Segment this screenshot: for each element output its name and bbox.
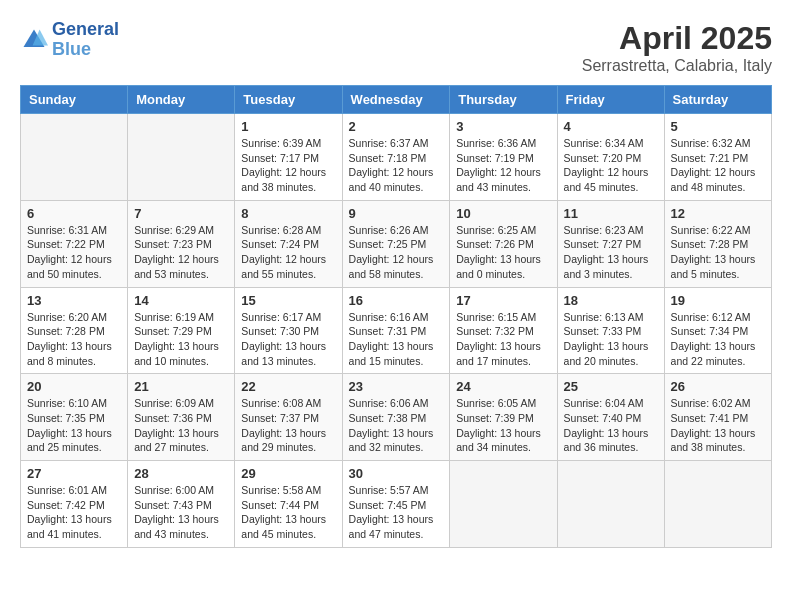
calendar-cell: 8Sunrise: 6:28 AMSunset: 7:24 PMDaylight… xyxy=(235,200,342,287)
day-info: Sunrise: 6:31 AMSunset: 7:22 PMDaylight:… xyxy=(27,223,121,282)
day-number: 21 xyxy=(134,379,228,394)
day-info: Sunrise: 6:28 AMSunset: 7:24 PMDaylight:… xyxy=(241,223,335,282)
calendar-cell: 30Sunrise: 5:57 AMSunset: 7:45 PMDayligh… xyxy=(342,461,450,548)
day-info: Sunrise: 6:06 AMSunset: 7:38 PMDaylight:… xyxy=(349,396,444,455)
day-info: Sunrise: 6:12 AMSunset: 7:34 PMDaylight:… xyxy=(671,310,765,369)
day-info: Sunrise: 6:26 AMSunset: 7:25 PMDaylight:… xyxy=(349,223,444,282)
calendar-cell: 14Sunrise: 6:19 AMSunset: 7:29 PMDayligh… xyxy=(128,287,235,374)
weekday-header-thursday: Thursday xyxy=(450,86,557,114)
location: Serrastretta, Calabria, Italy xyxy=(582,57,772,75)
calendar-cell: 28Sunrise: 6:00 AMSunset: 7:43 PMDayligh… xyxy=(128,461,235,548)
calendar-table: SundayMondayTuesdayWednesdayThursdayFrid… xyxy=(20,85,772,548)
day-number: 13 xyxy=(27,293,121,308)
calendar-cell: 7Sunrise: 6:29 AMSunset: 7:23 PMDaylight… xyxy=(128,200,235,287)
day-info: Sunrise: 6:16 AMSunset: 7:31 PMDaylight:… xyxy=(349,310,444,369)
day-info: Sunrise: 6:02 AMSunset: 7:41 PMDaylight:… xyxy=(671,396,765,455)
calendar-cell: 10Sunrise: 6:25 AMSunset: 7:26 PMDayligh… xyxy=(450,200,557,287)
day-number: 14 xyxy=(134,293,228,308)
calendar-cell: 6Sunrise: 6:31 AMSunset: 7:22 PMDaylight… xyxy=(21,200,128,287)
calendar-cell: 3Sunrise: 6:36 AMSunset: 7:19 PMDaylight… xyxy=(450,114,557,201)
calendar-cell: 13Sunrise: 6:20 AMSunset: 7:28 PMDayligh… xyxy=(21,287,128,374)
calendar-cell: 27Sunrise: 6:01 AMSunset: 7:42 PMDayligh… xyxy=(21,461,128,548)
day-number: 25 xyxy=(564,379,658,394)
calendar-cell: 12Sunrise: 6:22 AMSunset: 7:28 PMDayligh… xyxy=(664,200,771,287)
day-info: Sunrise: 6:32 AMSunset: 7:21 PMDaylight:… xyxy=(671,136,765,195)
day-number: 12 xyxy=(671,206,765,221)
day-number: 28 xyxy=(134,466,228,481)
day-number: 10 xyxy=(456,206,550,221)
day-info: Sunrise: 5:57 AMSunset: 7:45 PMDaylight:… xyxy=(349,483,444,542)
calendar-cell: 22Sunrise: 6:08 AMSunset: 7:37 PMDayligh… xyxy=(235,374,342,461)
day-info: Sunrise: 5:58 AMSunset: 7:44 PMDaylight:… xyxy=(241,483,335,542)
day-number: 1 xyxy=(241,119,335,134)
calendar-cell: 1Sunrise: 6:39 AMSunset: 7:17 PMDaylight… xyxy=(235,114,342,201)
day-number: 20 xyxy=(27,379,121,394)
day-number: 30 xyxy=(349,466,444,481)
calendar-cell xyxy=(664,461,771,548)
day-info: Sunrise: 6:08 AMSunset: 7:37 PMDaylight:… xyxy=(241,396,335,455)
calendar-cell: 23Sunrise: 6:06 AMSunset: 7:38 PMDayligh… xyxy=(342,374,450,461)
day-number: 19 xyxy=(671,293,765,308)
day-info: Sunrise: 6:10 AMSunset: 7:35 PMDaylight:… xyxy=(27,396,121,455)
day-info: Sunrise: 6:20 AMSunset: 7:28 PMDaylight:… xyxy=(27,310,121,369)
calendar-cell xyxy=(557,461,664,548)
day-number: 6 xyxy=(27,206,121,221)
day-number: 23 xyxy=(349,379,444,394)
day-number: 3 xyxy=(456,119,550,134)
day-info: Sunrise: 6:25 AMSunset: 7:26 PMDaylight:… xyxy=(456,223,550,282)
day-number: 22 xyxy=(241,379,335,394)
day-number: 17 xyxy=(456,293,550,308)
calendar-week-row: 13Sunrise: 6:20 AMSunset: 7:28 PMDayligh… xyxy=(21,287,772,374)
day-info: Sunrise: 6:00 AMSunset: 7:43 PMDaylight:… xyxy=(134,483,228,542)
day-info: Sunrise: 6:09 AMSunset: 7:36 PMDaylight:… xyxy=(134,396,228,455)
page-header: General Blue April 2025 Serrastretta, Ca… xyxy=(20,20,772,75)
day-number: 9 xyxy=(349,206,444,221)
day-info: Sunrise: 6:17 AMSunset: 7:30 PMDaylight:… xyxy=(241,310,335,369)
weekday-header-friday: Friday xyxy=(557,86,664,114)
calendar-cell: 19Sunrise: 6:12 AMSunset: 7:34 PMDayligh… xyxy=(664,287,771,374)
day-number: 11 xyxy=(564,206,658,221)
calendar-cell: 15Sunrise: 6:17 AMSunset: 7:30 PMDayligh… xyxy=(235,287,342,374)
calendar-cell: 21Sunrise: 6:09 AMSunset: 7:36 PMDayligh… xyxy=(128,374,235,461)
calendar-week-row: 20Sunrise: 6:10 AMSunset: 7:35 PMDayligh… xyxy=(21,374,772,461)
calendar-cell: 9Sunrise: 6:26 AMSunset: 7:25 PMDaylight… xyxy=(342,200,450,287)
day-number: 24 xyxy=(456,379,550,394)
calendar-cell: 26Sunrise: 6:02 AMSunset: 7:41 PMDayligh… xyxy=(664,374,771,461)
logo-text: General Blue xyxy=(52,20,119,60)
weekday-header-wednesday: Wednesday xyxy=(342,86,450,114)
title-area: April 2025 Serrastretta, Calabria, Italy xyxy=(582,20,772,75)
calendar-cell xyxy=(21,114,128,201)
calendar-cell xyxy=(450,461,557,548)
day-info: Sunrise: 6:36 AMSunset: 7:19 PMDaylight:… xyxy=(456,136,550,195)
weekday-header-tuesday: Tuesday xyxy=(235,86,342,114)
calendar-week-row: 1Sunrise: 6:39 AMSunset: 7:17 PMDaylight… xyxy=(21,114,772,201)
day-number: 18 xyxy=(564,293,658,308)
day-number: 5 xyxy=(671,119,765,134)
calendar-cell: 18Sunrise: 6:13 AMSunset: 7:33 PMDayligh… xyxy=(557,287,664,374)
day-number: 2 xyxy=(349,119,444,134)
calendar-cell: 16Sunrise: 6:16 AMSunset: 7:31 PMDayligh… xyxy=(342,287,450,374)
day-number: 7 xyxy=(134,206,228,221)
calendar-cell: 5Sunrise: 6:32 AMSunset: 7:21 PMDaylight… xyxy=(664,114,771,201)
day-info: Sunrise: 6:19 AMSunset: 7:29 PMDaylight:… xyxy=(134,310,228,369)
day-number: 4 xyxy=(564,119,658,134)
calendar-cell: 24Sunrise: 6:05 AMSunset: 7:39 PMDayligh… xyxy=(450,374,557,461)
calendar-cell: 17Sunrise: 6:15 AMSunset: 7:32 PMDayligh… xyxy=(450,287,557,374)
calendar-cell: 11Sunrise: 6:23 AMSunset: 7:27 PMDayligh… xyxy=(557,200,664,287)
weekday-header-sunday: Sunday xyxy=(21,86,128,114)
calendar-cell: 2Sunrise: 6:37 AMSunset: 7:18 PMDaylight… xyxy=(342,114,450,201)
logo: General Blue xyxy=(20,20,119,60)
day-number: 29 xyxy=(241,466,335,481)
logo-icon xyxy=(20,26,48,54)
day-info: Sunrise: 6:29 AMSunset: 7:23 PMDaylight:… xyxy=(134,223,228,282)
day-number: 8 xyxy=(241,206,335,221)
day-info: Sunrise: 6:13 AMSunset: 7:33 PMDaylight:… xyxy=(564,310,658,369)
day-info: Sunrise: 6:39 AMSunset: 7:17 PMDaylight:… xyxy=(241,136,335,195)
day-info: Sunrise: 6:34 AMSunset: 7:20 PMDaylight:… xyxy=(564,136,658,195)
day-info: Sunrise: 6:23 AMSunset: 7:27 PMDaylight:… xyxy=(564,223,658,282)
day-info: Sunrise: 6:37 AMSunset: 7:18 PMDaylight:… xyxy=(349,136,444,195)
weekday-header-monday: Monday xyxy=(128,86,235,114)
day-info: Sunrise: 6:15 AMSunset: 7:32 PMDaylight:… xyxy=(456,310,550,369)
calendar-week-row: 27Sunrise: 6:01 AMSunset: 7:42 PMDayligh… xyxy=(21,461,772,548)
calendar-cell: 25Sunrise: 6:04 AMSunset: 7:40 PMDayligh… xyxy=(557,374,664,461)
